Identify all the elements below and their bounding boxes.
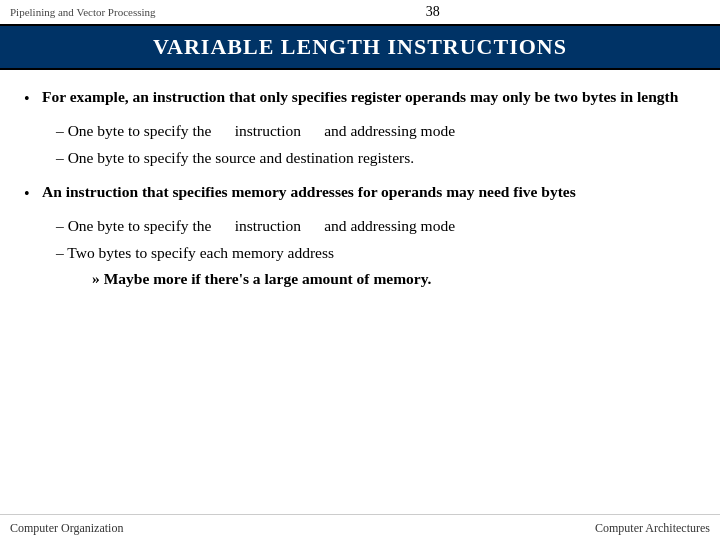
bullet-item-2: • An instruction that specifies memory a… xyxy=(24,181,696,205)
sub-sub-item-2a: » Maybe more if there's a large amount o… xyxy=(60,268,696,290)
slide-content: • For example, an instruction that only … xyxy=(0,70,720,514)
bullet-text-2: An instruction that specifies memory add… xyxy=(42,181,696,203)
bottom-right-label: Computer Architectures xyxy=(595,521,710,536)
sub-item-1a: – One byte to specify the instruction an… xyxy=(42,120,696,142)
bullet-item-1: • For example, an instruction that only … xyxy=(24,86,696,110)
bottom-bar: Computer Organization Computer Architect… xyxy=(0,514,720,540)
bullet-dot-2: • xyxy=(24,181,42,205)
slide: Pipelining and Vector Processing 38 VARI… xyxy=(0,0,720,540)
bullet-text-1: For example, an instruction that only sp… xyxy=(42,86,696,108)
slide-title: VARIABLE LENGTH INSTRUCTIONS xyxy=(0,24,720,70)
page-number: 38 xyxy=(426,4,440,20)
bullet-dot-1: • xyxy=(24,86,42,110)
top-left-label: Pipelining and Vector Processing xyxy=(10,6,156,18)
sub-item-2b: – Two bytes to specify each memory addre… xyxy=(42,242,696,264)
top-bar: Pipelining and Vector Processing 38 xyxy=(0,0,720,24)
bottom-left-label: Computer Organization xyxy=(10,521,123,536)
sub-item-1b: – One byte to specify the source and des… xyxy=(42,147,696,169)
sub-item-2a: – One byte to specify the instruction an… xyxy=(42,215,696,237)
